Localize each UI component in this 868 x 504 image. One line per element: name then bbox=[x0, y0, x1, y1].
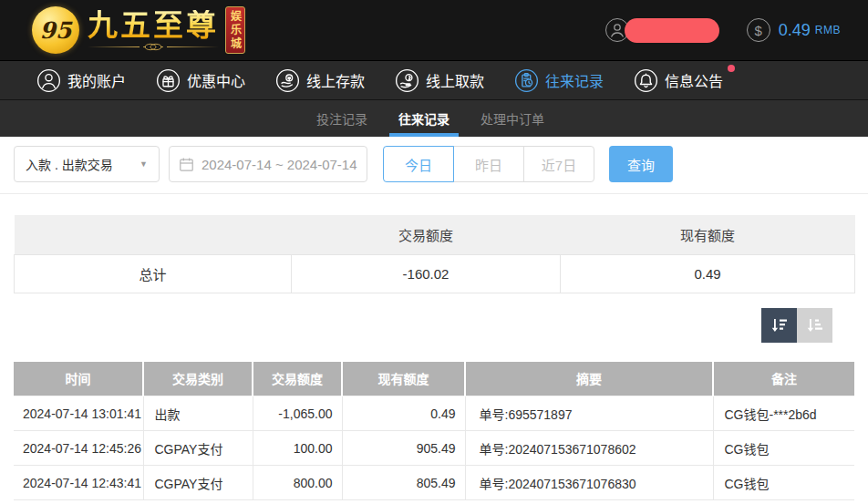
date-range-input[interactable]: 2024-07-14 ~ 2024-07-14 bbox=[169, 146, 367, 182]
nav-label: 线上取款 bbox=[426, 69, 484, 91]
nav-item-transfer-records[interactable]: 往来记录 bbox=[514, 68, 604, 93]
summary-header-corner bbox=[15, 215, 292, 254]
nav-label: 往来记录 bbox=[545, 69, 604, 91]
nav-item-withdraw[interactable]: 线上取款 bbox=[395, 68, 484, 93]
balance-group: $ 0.49 RMB bbox=[747, 18, 841, 42]
main-nav: 我的账户 优惠中心 线上存款 线上取款 往来记录 信息公告 bbox=[0, 60, 868, 100]
subtab-bar: 投注记录 往来记录 处理中订单 bbox=[0, 100, 868, 137]
tab-label: 处理中订单 bbox=[480, 109, 544, 128]
redacted-username bbox=[625, 18, 719, 43]
cell-type: 出款 bbox=[143, 396, 253, 431]
tab-pending-orders[interactable]: 处理中订单 bbox=[479, 100, 546, 137]
top-header: 95 九五至尊 娱乐城 $ 0.49 RMB bbox=[0, 0, 868, 60]
cell-summary: 单号:695571897 bbox=[465, 396, 713, 431]
summary-header-row: 交易额度 现有额度 bbox=[15, 215, 855, 254]
cell-note: CG钱包 bbox=[713, 431, 854, 466]
quick-range-today-button[interactable]: 今日 bbox=[383, 146, 454, 182]
transfer-records-icon bbox=[514, 68, 539, 93]
withdraw-icon bbox=[395, 68, 419, 93]
site-logo[interactable]: 95 九五至尊 娱乐城 bbox=[32, 6, 245, 54]
promotions-gift-icon bbox=[156, 68, 181, 93]
logo-95-badge-icon: 95 bbox=[32, 6, 79, 54]
nav-item-my-account[interactable]: 我的账户 bbox=[36, 68, 126, 93]
nav-label: 信息公告 bbox=[665, 69, 723, 91]
cell-time: 2024-07-14 13:01:41 bbox=[14, 396, 143, 431]
cell-type: CGPAY支付 bbox=[143, 431, 253, 466]
sort-ascending-icon[interactable] bbox=[797, 308, 832, 343]
cell-balance: 0.49 bbox=[342, 396, 465, 431]
nav-item-promotions[interactable]: 优惠中心 bbox=[156, 68, 245, 93]
account-icon bbox=[36, 68, 61, 93]
calendar-icon bbox=[179, 157, 194, 172]
summary-header-amount: 交易额度 bbox=[292, 215, 561, 254]
summary-total-amount: -160.02 bbox=[292, 254, 561, 293]
user-area: $ 0.49 RMB bbox=[605, 18, 841, 43]
records-table: 时间 交易类别 交易额度 现有额度 摘要 备注 2024-07-14 13:01… bbox=[14, 362, 854, 501]
cell-note: CG钱包 bbox=[713, 466, 854, 500]
dollar-icon: $ bbox=[747, 18, 770, 42]
nav-item-announcements[interactable]: 信息公告 bbox=[634, 68, 723, 93]
records-header-row: 时间 交易类别 交易额度 现有额度 摘要 备注 bbox=[14, 362, 854, 396]
table-row: 2024-07-14 13:01:41 出款 -1,065.00 0.49 单号… bbox=[14, 396, 854, 431]
cell-note: CG钱包-***2b6d bbox=[713, 396, 854, 431]
select-value: 入款 . 出款交易 bbox=[26, 155, 113, 173]
quick-range-last7days-button[interactable]: 近7日 bbox=[523, 146, 594, 182]
cell-type: CGPAY支付 bbox=[143, 466, 253, 500]
summary-header-balance: 现有额度 bbox=[561, 215, 855, 254]
cell-amount: 800.00 bbox=[253, 466, 342, 500]
table-row: 2024-07-14 12:45:26 CGPAY支付 100.00 905.4… bbox=[14, 431, 854, 466]
quick-range-group: 今日 昨日 近7日 bbox=[383, 146, 594, 182]
tab-betting-records[interactable]: 投注记录 bbox=[315, 100, 369, 137]
tab-label: 往来记录 bbox=[398, 109, 450, 128]
transaction-type-select[interactable]: 入款 . 出款交易 ▼ bbox=[14, 146, 160, 182]
col-header-time: 时间 bbox=[14, 362, 143, 396]
logo-flourish-icon bbox=[88, 43, 219, 51]
col-header-type: 交易类别 bbox=[143, 362, 253, 396]
unread-dot-badge bbox=[728, 65, 735, 72]
deposit-icon bbox=[275, 68, 300, 93]
summary-total-row: 总计 -160.02 0.49 bbox=[15, 254, 855, 293]
tab-transfer-records[interactable]: 往来记录 bbox=[397, 100, 451, 137]
quick-range-yesterday-button[interactable]: 昨日 bbox=[453, 146, 524, 182]
col-header-amount: 交易额度 bbox=[253, 362, 342, 396]
cell-amount: 100.00 bbox=[253, 431, 342, 466]
cell-summary: 单号:202407153671078602 bbox=[465, 431, 713, 466]
cell-amount: -1,065.00 bbox=[253, 396, 342, 431]
cell-summary: 单号:202407153671076830 bbox=[465, 466, 713, 500]
logo-monogram: 95 bbox=[40, 17, 72, 44]
logo-title: 九五至尊 bbox=[88, 10, 219, 40]
caret-down-icon: ▼ bbox=[140, 159, 148, 169]
sort-descending-icon[interactable] bbox=[761, 308, 797, 343]
nav-label: 线上存款 bbox=[306, 69, 365, 91]
nav-label: 我的账户 bbox=[67, 69, 126, 91]
announcements-bell-icon bbox=[634, 68, 658, 93]
summary-total-balance: 0.49 bbox=[561, 254, 855, 293]
cell-time: 2024-07-14 12:45:26 bbox=[14, 431, 143, 466]
filter-row: 入款 . 出款交易 ▼ 2024-07-14 ~ 2024-07-14 今日 昨… bbox=[0, 137, 868, 182]
summary-total-label: 总计 bbox=[15, 254, 292, 293]
table-row: 2024-07-14 12:43:41 CGPAY支付 800.00 805.4… bbox=[14, 466, 854, 500]
nav-item-deposit[interactable]: 线上存款 bbox=[275, 68, 365, 93]
date-range-value: 2024-07-14 ~ 2024-07-14 bbox=[202, 157, 357, 172]
balance-amount: 0.49 bbox=[779, 21, 811, 40]
cell-balance: 905.49 bbox=[342, 431, 465, 466]
sort-buttons bbox=[0, 308, 832, 343]
tab-label: 投注记录 bbox=[316, 109, 367, 128]
balance-currency: RMB bbox=[815, 24, 841, 36]
summary-table: 交易额度 现有额度 总计 -160.02 0.49 bbox=[14, 215, 855, 293]
col-header-note: 备注 bbox=[713, 362, 854, 396]
col-header-summary: 摘要 bbox=[465, 362, 713, 396]
filter-separator bbox=[0, 193, 868, 194]
logo-subtitle: 娱乐城 bbox=[225, 6, 245, 54]
cell-time: 2024-07-14 12:43:41 bbox=[14, 466, 143, 500]
col-header-balance: 现有额度 bbox=[342, 362, 465, 396]
search-button[interactable]: 查询 bbox=[609, 146, 673, 182]
nav-label: 优惠中心 bbox=[187, 69, 245, 91]
cell-balance: 805.49 bbox=[342, 466, 465, 500]
